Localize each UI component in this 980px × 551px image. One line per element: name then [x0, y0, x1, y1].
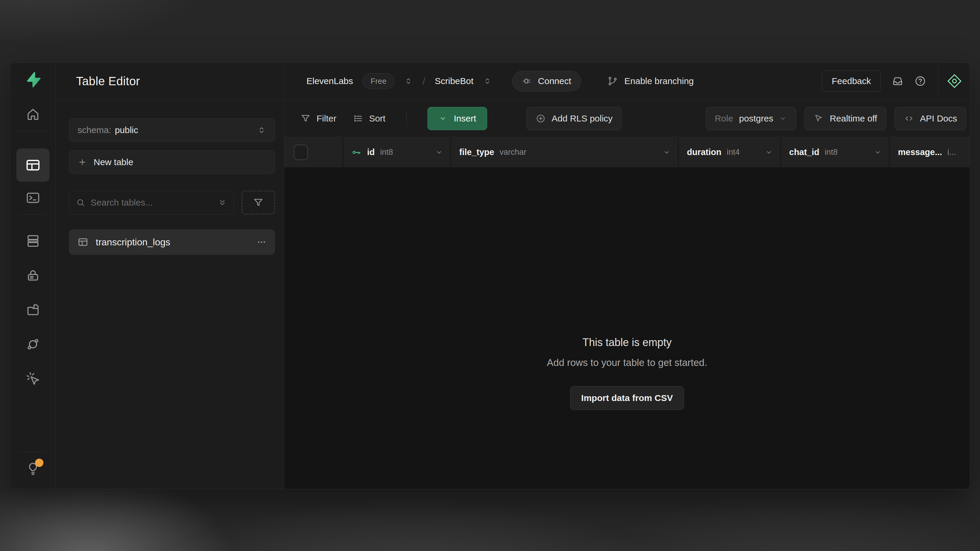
- rail-item-authentication[interactable]: [25, 268, 40, 283]
- column-name: chat_id: [789, 147, 819, 157]
- org-selector-button[interactable]: [404, 77, 413, 86]
- funnel-icon: [301, 113, 310, 124]
- sort-list-icon: [353, 113, 363, 124]
- schema-value: public: [115, 125, 138, 135]
- terminal-icon: [25, 191, 40, 205]
- column-type: int8: [380, 148, 393, 157]
- orbit-icon: [25, 337, 40, 352]
- chevron-down-icon[interactable]: [765, 148, 773, 157]
- rail-item-home[interactable]: [25, 106, 40, 122]
- plug-icon: [522, 76, 532, 86]
- column-header-id[interactable]: id int8: [343, 137, 451, 167]
- help-circle-icon: [915, 75, 926, 87]
- ai-diamond-icon: [946, 73, 963, 89]
- primary-key-icon: [352, 147, 362, 157]
- help-button[interactable]: [915, 75, 926, 87]
- import-csv-label: Import data from CSV: [581, 393, 673, 403]
- select-all-cell: [284, 137, 343, 167]
- rail-item-storage[interactable]: [25, 302, 40, 318]
- search-tables-input[interactable]: [91, 197, 218, 208]
- plan-badge: Free: [363, 73, 395, 89]
- filter-label: Filter: [317, 113, 336, 124]
- sidebar-header: Table Editor: [56, 63, 284, 100]
- ai-assistant-button[interactable]: [939, 63, 970, 100]
- table-name: transcription_logs: [96, 237, 170, 248]
- realtime-toggle-button[interactable]: Realtime off: [804, 107, 886, 130]
- select-all-checkbox[interactable]: [294, 144, 308, 160]
- grid-toolbar: Filter Sort Insert Add RLS po: [284, 100, 970, 137]
- nav-rail: [10, 63, 56, 489]
- project-name[interactable]: ScribeBot: [435, 76, 474, 86]
- column-header-message-id[interactable]: message... i...: [889, 137, 970, 167]
- column-header-chat-id[interactable]: chat_id int8: [781, 137, 889, 167]
- toolbar-divider: [406, 111, 407, 126]
- empty-state-subtitle: Add rows to your table to get started.: [547, 357, 707, 368]
- supabase-logo[interactable]: [24, 71, 41, 88]
- rail-item-project-tips[interactable]: [25, 461, 40, 476]
- column-type: int8: [825, 148, 838, 157]
- inbox-icon: [892, 75, 903, 87]
- insert-button[interactable]: Insert: [428, 107, 487, 130]
- column-header-file-type[interactable]: file_type varchar: [451, 137, 679, 167]
- supabase-bolt-icon: [24, 71, 41, 88]
- chevron-selector-icon: [404, 77, 413, 86]
- chevron-down-icon[interactable]: [873, 148, 882, 157]
- chevron-down-icon: [438, 114, 447, 123]
- feedback-label: Feedback: [832, 76, 871, 86]
- rail-item-sql-editor[interactable]: [25, 190, 40, 206]
- plus-icon: [78, 157, 87, 167]
- add-rls-policy-button[interactable]: Add RLS policy: [527, 107, 622, 130]
- pointer-icon: [813, 113, 824, 124]
- chevron-down-icon[interactable]: [663, 148, 671, 157]
- role-value: postgres: [739, 113, 773, 124]
- project-selector-button[interactable]: [483, 77, 492, 86]
- app-window: Table Editor schema: public New table: [10, 62, 970, 489]
- ellipsis-icon: [256, 237, 267, 247]
- filter-tables-button[interactable]: [242, 191, 275, 214]
- table-icon: [77, 237, 89, 248]
- role-select-button[interactable]: Role postgres: [706, 107, 796, 130]
- chevron-selector-icon: [483, 77, 492, 86]
- org-name[interactable]: ElevenLabs: [307, 76, 353, 86]
- insert-label: Insert: [454, 113, 476, 124]
- add-rls-label: Add RLS policy: [552, 113, 612, 124]
- database-icon: [25, 233, 40, 248]
- grid-header-row: id int8 file_type varchar duration int4 …: [284, 137, 970, 168]
- table-editor-icon: [25, 157, 41, 173]
- new-table-button[interactable]: New table: [69, 150, 275, 174]
- plus-circle-icon: [536, 113, 546, 124]
- import-csv-button[interactable]: Import data from CSV: [570, 386, 684, 410]
- chevron-down-icon[interactable]: [435, 148, 443, 157]
- sort-button[interactable]: Sort: [353, 113, 385, 124]
- main-panel: ElevenLabs Free / ScribeBot: [284, 63, 970, 489]
- column-name: id: [367, 147, 375, 157]
- inbox-button[interactable]: [892, 75, 903, 87]
- lock-icon: [25, 268, 40, 283]
- table-options-button[interactable]: [256, 237, 267, 247]
- folder-file-icon: [25, 302, 40, 317]
- feedback-button[interactable]: Feedback: [822, 70, 881, 92]
- realtime-label: Realtime off: [830, 113, 877, 124]
- schema-select[interactable]: schema: public: [69, 118, 275, 142]
- funnel-icon: [253, 197, 264, 208]
- column-type: varchar: [500, 148, 527, 157]
- table-list-item[interactable]: transcription_logs: [69, 229, 275, 255]
- column-name: duration: [687, 147, 721, 157]
- connect-button[interactable]: Connect: [512, 71, 581, 92]
- column-header-duration[interactable]: duration int4: [679, 137, 781, 167]
- rail-item-database[interactable]: [25, 233, 40, 249]
- rail-item-advisors[interactable]: [25, 371, 40, 386]
- chevrons-down-icon[interactable]: [218, 198, 227, 207]
- filter-button[interactable]: Filter: [301, 113, 336, 124]
- api-docs-label: API Docs: [920, 113, 957, 124]
- rail-item-realtime[interactable]: [25, 337, 40, 352]
- api-docs-button[interactable]: API Docs: [895, 107, 966, 130]
- rail-item-table-editor[interactable]: [16, 149, 49, 182]
- page-title: Table Editor: [76, 75, 140, 88]
- schema-label: schema:: [78, 125, 111, 135]
- enable-branching-button[interactable]: Enable branching: [607, 76, 694, 86]
- cursor-click-icon: [25, 371, 40, 386]
- project-header: ElevenLabs Free / ScribeBot: [284, 63, 970, 100]
- column-type: int4: [727, 148, 740, 157]
- column-name: file_type: [459, 147, 494, 157]
